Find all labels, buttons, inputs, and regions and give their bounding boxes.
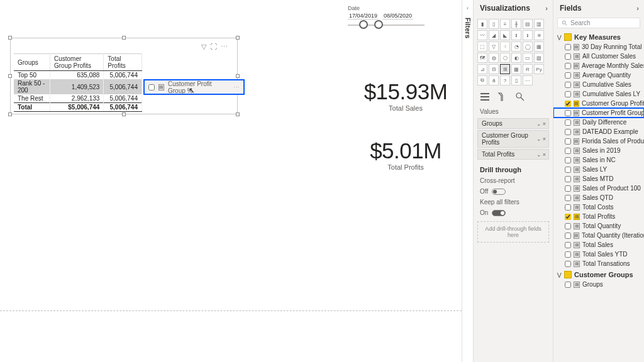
viz-matrix[interactable]: ▦ (511, 64, 521, 74)
viz-paginated[interactable]: ▯ (511, 75, 521, 85)
field-checkbox[interactable] (565, 176, 571, 182)
keep-filters-toggle[interactable] (492, 210, 506, 216)
field-checkbox[interactable] (565, 261, 571, 267)
viz-treemap[interactable]: ▦ (534, 41, 544, 52)
viz-donut[interactable]: ◯ (523, 41, 533, 52)
expand-icon[interactable]: ⋁ (557, 35, 562, 40)
fields-search[interactable]: Search (557, 18, 640, 28)
viz-clustered-column[interactable]: ╫ (511, 19, 521, 29)
field-item[interactable]: ▤Total Transations (553, 259, 644, 268)
field-item[interactable]: ▤30 Day Running Total (553, 42, 644, 52)
viz-kpi[interactable]: ⊿ (477, 64, 487, 74)
viz-waterfall[interactable]: ⬚ (477, 41, 487, 52)
field-checkbox[interactable] (565, 223, 571, 229)
visual-header-icons[interactable]: ▽ ⛶ ⋯ (201, 43, 228, 51)
value-well-tp[interactable]: Total Profits⌄× (477, 149, 549, 160)
expand-icon[interactable]: ⋁ (557, 272, 562, 278)
viz-python[interactable]: Py (534, 64, 544, 74)
card-total-sales[interactable]: $15.93M Total Sales (358, 79, 453, 112)
viz-area[interactable]: ◢ (489, 30, 499, 40)
report-canvas[interactable]: ▽ ⛶ ⋯ Groups Customer Group Profits Tota… (0, 0, 462, 362)
field-item[interactable]: ▤Customer Profit Group % (553, 108, 644, 118)
viz-clustered-bar[interactable]: ≡ (500, 19, 510, 29)
field-checkbox[interactable] (565, 44, 571, 50)
chevron-right-icon[interactable]: › (636, 4, 639, 12)
viz-line-clustered[interactable]: ⫾ (523, 30, 533, 40)
field-checkbox[interactable] (565, 110, 571, 116)
field-item[interactable]: ▤Cumulative Sales (553, 80, 644, 89)
viz-line[interactable]: 〰 (477, 30, 487, 40)
field-checkbox[interactable] (565, 242, 571, 248)
filter-icon[interactable]: ▽ (201, 43, 206, 51)
field-item[interactable]: ▤Total Sales (553, 240, 644, 250)
field-item[interactable]: ▤Groups (553, 280, 644, 289)
col-header[interactable]: Total Profits (104, 54, 142, 71)
field-item[interactable]: ▤All Customer Sales (553, 52, 644, 61)
field-item[interactable]: ▤Average Monthly Sales (553, 61, 644, 70)
field-checkbox[interactable] (565, 138, 571, 145)
field-checkbox[interactable] (565, 63, 571, 69)
field-checkbox[interactable] (565, 129, 571, 135)
viz-shape-map[interactable]: ⬡ (500, 53, 510, 63)
field-checkbox[interactable] (565, 195, 571, 201)
viz-stacked-area[interactable]: ◣ (500, 30, 510, 40)
field-item[interactable]: ▤Total Sales YTD (553, 250, 644, 259)
field-item[interactable]: ▤DATEADD Example (553, 127, 644, 136)
viz-decomposition[interactable]: ⋔ (489, 75, 499, 85)
field-checkbox[interactable] (565, 53, 571, 60)
field-item[interactable]: ▤Cumulative Sales LY (553, 89, 644, 99)
field-item[interactable]: ▤Total Costs (553, 202, 644, 212)
viz-100-column[interactable]: ▥ (534, 19, 544, 29)
viz-funnel[interactable]: ▽ (489, 41, 499, 52)
field-checkbox[interactable] (565, 185, 571, 192)
viz-key-influencers[interactable]: ⧉ (477, 75, 487, 85)
fields-tab-icon[interactable] (480, 92, 490, 103)
viz-scatter[interactable]: ⁘ (500, 41, 510, 52)
slicer-start-date[interactable]: 17/04/2019 (348, 13, 379, 19)
field-item[interactable]: ▤Total Quantity (553, 221, 644, 231)
viz-qa[interactable]: ? (500, 75, 510, 85)
focus-mode-icon[interactable]: ⛶ (210, 43, 217, 51)
field-item[interactable]: ▤Sales in NC (553, 155, 644, 165)
field-checkbox[interactable] (565, 148, 571, 154)
filters-pane-collapsed[interactable]: ‹ Filters (462, 0, 473, 362)
field-item[interactable]: ▤Sales MTD (553, 174, 644, 184)
table-row[interactable]: Rank 50 - 2001,409,5235,006,744 (14, 79, 142, 94)
more-options-icon[interactable]: ⋯ (221, 43, 228, 51)
card-total-profits[interactable]: $5.01M Total Profits (365, 138, 447, 171)
field-checkbox[interactable] (565, 251, 571, 258)
viz-map[interactable]: 🗺 (477, 53, 487, 63)
field-checkbox[interactable] (565, 119, 571, 126)
viz-filled-map[interactable]: ◍ (489, 53, 499, 63)
field-checkbox[interactable] (565, 82, 571, 88)
field-checkbox[interactable] (565, 72, 571, 79)
field-item[interactable]: ▤Sales in 2019 (553, 146, 644, 155)
slider-handle-start[interactable] (359, 20, 368, 29)
viz-line-column[interactable]: ⫿ (511, 30, 521, 40)
table-group-key-measures[interactable]: ⋁ Key Measures (553, 31, 644, 42)
field-item[interactable]: ▤Customer Group Profits (553, 99, 644, 108)
table-visual[interactable]: Groups Customer Group Profits Total Prof… (14, 53, 142, 112)
slider-handle-end[interactable] (374, 20, 383, 29)
viz-100-bar[interactable]: ▤ (523, 19, 533, 29)
col-header[interactable]: Groups (14, 54, 50, 71)
analytics-tab-icon[interactable] (515, 92, 525, 103)
viz-stacked-bar[interactable]: ▮ (477, 19, 487, 29)
field-item[interactable]: ▤Daily Difference (553, 118, 644, 127)
field-item[interactable]: ▤Sales LY (553, 165, 644, 174)
viz-pie[interactable]: ◔ (511, 41, 521, 52)
format-tabs[interactable] (474, 89, 553, 107)
viz-ribbon[interactable]: ≋ (534, 30, 544, 40)
chevron-left-icon[interactable]: ‹ (467, 5, 469, 11)
field-item[interactable]: ▤Total Quantity (Iteration) (553, 231, 644, 240)
field-checkbox[interactable] (565, 91, 571, 97)
viz-slicer[interactable]: ⊟ (489, 64, 499, 74)
viz-card[interactable]: ▭ (523, 53, 533, 63)
col-header[interactable]: Customer Group Profits (50, 54, 103, 71)
viz-import[interactable]: ⋯ (523, 75, 533, 85)
field-checkbox[interactable] (565, 282, 571, 288)
viz-r[interactable]: R (523, 64, 533, 74)
drill-through-dropzone[interactable]: Add drill-through fields here (477, 221, 549, 243)
viz-stacked-column[interactable]: ▯ (489, 19, 499, 29)
date-slicer[interactable]: Date 17/04/2019 08/05/2020 (348, 5, 425, 26)
